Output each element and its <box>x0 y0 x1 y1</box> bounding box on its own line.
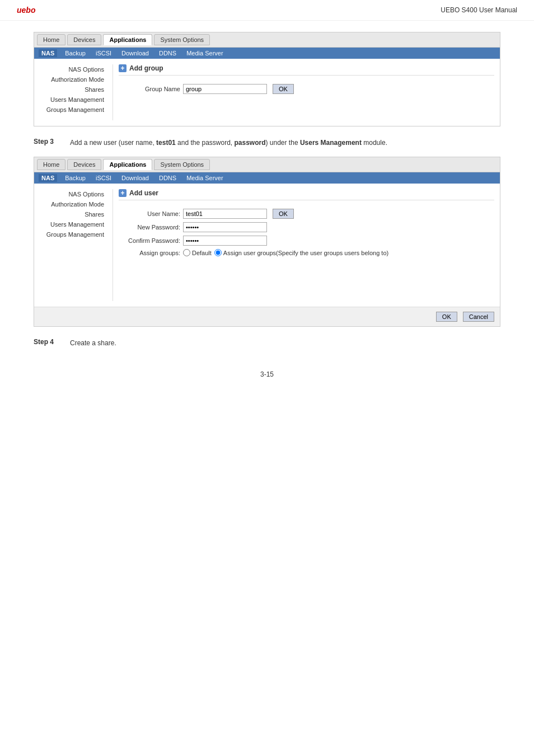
panel-add-user: Home Devices Applications System Options… <box>34 157 500 327</box>
sub-nav-bar-2: NAS Backup iSCSI Download DDNS Media Ser… <box>34 172 500 184</box>
tab-applications-1[interactable]: Applications <box>103 34 152 45</box>
sub-nav-backup-1[interactable]: Backup <box>63 49 88 57</box>
sub-nav-iscsi-1[interactable]: iSCSI <box>93 49 114 57</box>
page-header: uebo UEBO S400 User Manual <box>0 0 534 21</box>
sidebar-auth-mode-1[interactable]: Authorization Mode <box>40 74 107 84</box>
new-password-label: New Password: <box>119 224 180 231</box>
panel2-ok-button[interactable]: OK <box>436 312 457 322</box>
tab-home-2[interactable]: Home <box>37 159 65 170</box>
panel-main-1: + Add group Group Name OK <box>113 64 494 120</box>
sidebar-groups-mgmt-2[interactable]: Groups Management <box>40 229 107 240</box>
sub-nav-media-1[interactable]: Media Server <box>184 49 225 57</box>
sidebar-groups-mgmt-1[interactable]: Groups Management <box>40 105 107 115</box>
step3-block: Step 3 Add a new user (user name, test01… <box>34 138 500 148</box>
sidebar-shares-2[interactable]: Shares <box>40 209 107 219</box>
sub-nav-prefix-2: NAS <box>39 174 57 182</box>
user-ok-button[interactable]: OK <box>273 209 294 219</box>
user-name-input[interactable] <box>183 209 267 219</box>
confirm-password-label: Confirm Password: <box>119 237 180 244</box>
action-header-1: + Add group <box>119 64 494 76</box>
panel-main-2: + Add user User Name: OK New Password: C… <box>113 189 494 301</box>
radio-assign[interactable] <box>214 249 222 256</box>
sidebar-nas-options-1[interactable]: NAS Options <box>40 64 107 74</box>
tab-applications-2[interactable]: Applications <box>103 159 152 170</box>
group-name-label: Group Name <box>119 86 180 92</box>
nav-bar-1: Home Devices Applications System Options <box>34 32 500 48</box>
sub-nav-bar-1: NAS Backup iSCSI Download DDNS Media Ser… <box>34 48 500 59</box>
group-ok-button[interactable]: OK <box>273 84 294 94</box>
user-name-row: User Name: OK <box>119 209 494 219</box>
sidebar-2: NAS Options Authorization Mode Shares Us… <box>40 189 113 301</box>
group-name-row: Group Name OK <box>119 84 494 94</box>
tab-devices-1[interactable]: Devices <box>67 34 101 45</box>
sidebar-shares-1[interactable]: Shares <box>40 84 107 95</box>
step3-text: Add a new user (user name, test01 and th… <box>70 138 387 148</box>
add-user-icon: + <box>119 189 127 197</box>
sub-nav-ddns-1[interactable]: DDNS <box>157 49 179 57</box>
page-content: Home Devices Applications System Options… <box>0 21 534 389</box>
step4-label: Step 4 <box>34 338 62 346</box>
assign-groups-row: Assign groups: Default Assign user group… <box>119 249 494 256</box>
step4-text: Create a share. <box>70 338 116 348</box>
sub-nav-download-2[interactable]: Download <box>119 174 151 182</box>
new-password-input[interactable] <box>183 222 267 232</box>
page-number: 3-15 <box>34 370 500 378</box>
assign-groups-label: Assign groups: <box>119 250 180 256</box>
add-group-icon: + <box>119 64 127 72</box>
tab-system-options-2[interactable]: System Options <box>154 159 210 170</box>
sidebar-users-mgmt-2[interactable]: Users Management <box>40 219 107 229</box>
action-header-2: + Add user <box>119 189 494 200</box>
sub-nav-prefix-1: NAS <box>39 49 57 57</box>
sidebar-users-mgmt-1[interactable]: Users Management <box>40 95 107 105</box>
user-name-label: User Name: <box>119 210 180 217</box>
radio-assign-option[interactable]: Assign user groups(Specify the user grou… <box>214 249 388 256</box>
add-group-title: Add group <box>129 64 163 72</box>
radio-assign-label: Assign user groups(Specify the user grou… <box>223 250 388 256</box>
panel-add-group: Home Devices Applications System Options… <box>34 32 500 126</box>
manual-title: UEBO S400 User Manual <box>441 6 517 14</box>
panel-body-1: NAS Options Authorization Mode Shares Us… <box>34 59 500 126</box>
group-name-input[interactable] <box>183 84 267 94</box>
radio-default-label: Default <box>192 250 212 256</box>
confirm-password-row: Confirm Password: <box>119 236 494 246</box>
step3-label: Step 3 <box>34 138 62 145</box>
sub-nav-backup-2[interactable]: Backup <box>63 174 88 182</box>
sub-nav-ddns-2[interactable]: DDNS <box>157 174 179 182</box>
sub-nav-iscsi-2[interactable]: iSCSI <box>93 174 114 182</box>
sidebar-nas-options-2[interactable]: NAS Options <box>40 189 107 199</box>
confirm-password-input[interactable] <box>183 236 267 246</box>
panel2-footer: OK Cancel <box>34 307 500 326</box>
nav-bar-2: Home Devices Applications System Options <box>34 157 500 172</box>
new-password-row: New Password: <box>119 222 494 232</box>
radio-default[interactable] <box>183 249 190 256</box>
step4-block: Step 4 Create a share. <box>34 338 500 348</box>
tab-home-1[interactable]: Home <box>37 34 65 45</box>
brand-logo: uebo <box>17 6 35 15</box>
sub-nav-download-1[interactable]: Download <box>119 49 151 57</box>
panel-body-2: NAS Options Authorization Mode Shares Us… <box>34 184 500 307</box>
panel2-cancel-button[interactable]: Cancel <box>463 312 494 322</box>
add-user-title: Add user <box>129 189 158 197</box>
tab-devices-2[interactable]: Devices <box>67 159 101 170</box>
sidebar-auth-mode-2[interactable]: Authorization Mode <box>40 199 107 209</box>
tab-system-options-1[interactable]: System Options <box>154 34 210 45</box>
sub-nav-media-2[interactable]: Media Server <box>184 174 225 182</box>
radio-default-option[interactable]: Default <box>183 249 212 256</box>
sidebar-1: NAS Options Authorization Mode Shares Us… <box>40 64 113 120</box>
